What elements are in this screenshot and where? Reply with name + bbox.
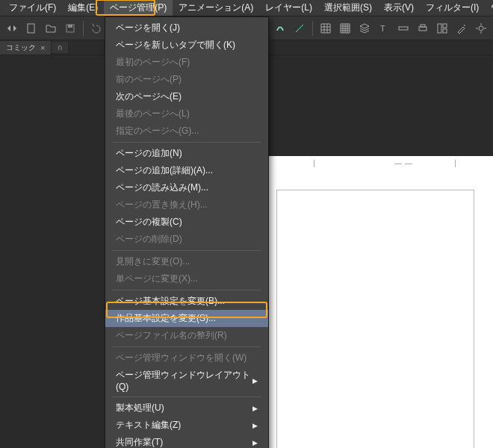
crop-mark-top: [314, 160, 493, 167]
dd-prev-page: 前のページへ(P): [105, 71, 268, 88]
menu-edit[interactable]: 編集(E): [62, 0, 104, 16]
dropdown-separator: [113, 142, 261, 143]
dropdown-separator: [113, 396, 261, 397]
page-manage-dropdown: ページを開く(J) ページを新しいタブで開く(K) 最初のページへ(F) 前のペ…: [105, 16, 269, 448]
svg-rect-0: [28, 24, 34, 33]
open-folder-icon[interactable]: [42, 19, 60, 37]
dd-page-manage-layout[interactable]: ページ管理ウィンドウレイアウト(Q)▶: [105, 367, 268, 394]
wand-icon[interactable]: [453, 19, 471, 37]
undo-icon[interactable]: [87, 19, 105, 37]
svg-rect-7: [438, 24, 441, 33]
dropdown-separator: [113, 250, 261, 251]
page-preview-frame: [276, 190, 474, 448]
expand-icon[interactable]: [3, 19, 21, 37]
menu-window[interactable]: ウィンドウ(W): [485, 0, 493, 16]
dd-first-page: 最初のページへ(F): [105, 54, 268, 71]
toolbar-separator: [312, 21, 313, 36]
dd-goto-page: 指定のページへ(G)...: [105, 122, 268, 140]
stroke-icon[interactable]: [271, 19, 289, 37]
svg-rect-2: [68, 25, 72, 28]
dd-change-page-settings[interactable]: ページ基本設定を変更(B)...: [105, 293, 268, 310]
dd-sort-filenames: ページファイル名の整列(R): [105, 327, 268, 344]
chevron-right-icon: ▶: [252, 422, 258, 429]
grid2-icon[interactable]: [336, 19, 354, 37]
menu-selection[interactable]: 選択範囲(S): [318, 0, 378, 16]
dd-import-page[interactable]: ページの読み込み(M)...: [105, 179, 268, 196]
menu-filter[interactable]: フィルター(I): [420, 0, 485, 16]
svg-rect-8: [443, 24, 447, 28]
print-icon[interactable]: [414, 19, 432, 37]
svg-text:T: T: [380, 24, 385, 33]
dd-text-edit[interactable]: テキスト編集(Z)▶: [105, 417, 268, 434]
dd-to-single: 単ページに変更(X)...: [105, 270, 268, 287]
layers-icon[interactable]: [356, 19, 373, 37]
dd-last-page: 最後のページへ(L): [105, 105, 268, 122]
toolbar-separator: [83, 21, 84, 36]
text-icon[interactable]: T: [375, 19, 393, 37]
close-icon[interactable]: ×: [40, 43, 45, 52]
dd-duplicate-page[interactable]: ページの複製(C): [105, 214, 268, 231]
dd-open-page-new-tab[interactable]: ページを新しいタブで開く(K): [105, 37, 268, 54]
svg-rect-4: [399, 27, 408, 30]
dd-add-page[interactable]: ページの追加(N): [105, 145, 268, 162]
chevron-right-icon: ▶: [252, 439, 258, 447]
dd-add-page-detail[interactable]: ページの追加(詳細)(A)...: [105, 162, 268, 179]
tab-label: コミック: [6, 43, 36, 53]
chevron-right-icon: ▶: [252, 405, 258, 412]
save-icon[interactable]: [61, 19, 79, 37]
menu-layer[interactable]: レイヤー(L): [259, 0, 318, 16]
panels-icon[interactable]: [433, 19, 451, 37]
page-preview-background: [261, 156, 493, 448]
dd-binding[interactable]: 製本処理(U)▶: [105, 399, 268, 417]
document-tab[interactable]: コミック ×: [0, 41, 52, 55]
dd-collab[interactable]: 共同作業(T)▶: [105, 434, 268, 448]
dd-delete-page: ページの削除(D): [105, 231, 268, 248]
svg-rect-6: [421, 25, 425, 27]
svg-rect-5: [419, 27, 427, 31]
dropdown-separator: [113, 290, 261, 290]
tab-label: n: [58, 43, 62, 52]
chevron-right-icon: ▶: [252, 377, 258, 385]
dd-change-work-settings[interactable]: 作品基本設定を変更(S)...: [105, 310, 268, 327]
dropdown-separator: [113, 346, 261, 347]
ruler-icon[interactable]: [394, 19, 412, 37]
new-doc-icon[interactable]: [22, 19, 40, 37]
menu-file[interactable]: ファイル(F): [3, 0, 62, 16]
line-icon[interactable]: [291, 19, 308, 37]
svg-point-10: [479, 26, 483, 31]
document-tab-2[interactable]: n: [52, 42, 69, 53]
dd-replace-page: ページの置き換え(H)...: [105, 196, 268, 214]
gear-icon[interactable]: [472, 19, 490, 37]
dd-next-page[interactable]: 次のページへ(E): [105, 88, 268, 105]
dd-to-spread: 見開きに変更(O)...: [105, 253, 268, 270]
menubar: ファイル(F) 編集(E) ページ管理(P) アニメーション(A) レイヤー(L…: [0, 0, 493, 16]
svg-rect-9: [443, 29, 447, 33]
menu-view[interactable]: 表示(V): [378, 0, 420, 16]
menu-page-manage[interactable]: ページ管理(P): [104, 0, 173, 16]
dd-open-page[interactable]: ページを開く(J): [105, 19, 268, 37]
menu-animation[interactable]: アニメーション(A): [173, 0, 259, 16]
grid-icon[interactable]: [317, 19, 335, 37]
dd-open-page-manage-window: ページ管理ウィンドウを開く(W): [105, 349, 268, 367]
